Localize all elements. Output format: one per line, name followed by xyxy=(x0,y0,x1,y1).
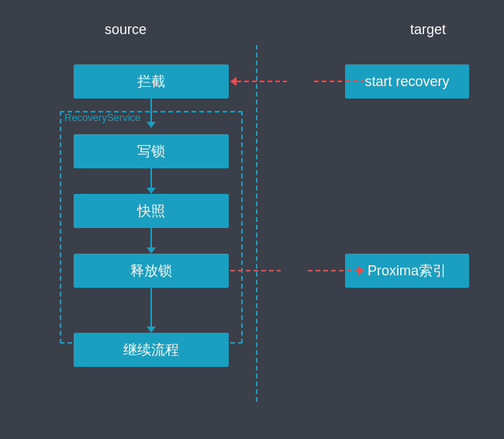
arrow-start-recovery-to-intercept xyxy=(230,77,364,86)
vertical-divider xyxy=(256,45,257,402)
arrow-writelock-to-snapshot xyxy=(150,168,152,194)
target-label: target xyxy=(410,22,446,38)
release-lock-box: 释放锁 xyxy=(74,254,229,288)
snapshot-box: 快照 xyxy=(74,194,229,228)
diagram: source target 拦截 RecoveryService 写锁 快照 释… xyxy=(27,22,477,417)
arrow-releaselock-to-continue xyxy=(150,288,152,333)
write-lock-box: 写锁 xyxy=(74,134,229,168)
arrow-snapshot-to-releaselock xyxy=(150,228,152,254)
arrow-release-lock-to-proxima xyxy=(230,266,364,275)
recovery-service-label: RecoveryService xyxy=(64,112,140,123)
source-label: source xyxy=(105,22,147,38)
continue-flow-box: 继续流程 xyxy=(74,333,229,367)
intercept-box: 拦截 xyxy=(74,64,229,99)
